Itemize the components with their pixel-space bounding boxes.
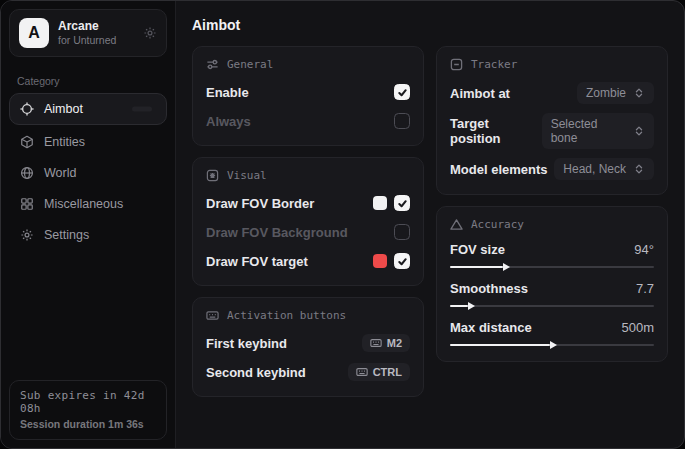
sidebar: A Arcane for Unturned Category Aimbot — [1, 1, 176, 448]
sub-expires-text: Sub expires in 42d 08h — [20, 389, 156, 415]
app-logo: A — [19, 18, 49, 48]
setting-row-enable: Enable — [206, 82, 410, 102]
chevrons-up-down-icon — [633, 163, 645, 175]
sliders-icon — [206, 58, 219, 71]
sidebar-item-label: Miscellaneous — [44, 197, 123, 211]
always-checkbox[interactable] — [394, 113, 410, 129]
right-column: Tracker Aimbot at Zombie Target position — [436, 46, 668, 408]
card-title: Accuracy — [471, 218, 524, 231]
visual-icon — [206, 169, 219, 182]
accuracy-card: Accuracy FOV size 94° Smoothness — [436, 206, 668, 362]
setting-row-first-keybind: First keybind M2 — [206, 333, 410, 353]
slider-fill — [450, 344, 550, 346]
sidebar-item-miscellaneous[interactable]: Miscellaneous — [9, 190, 167, 218]
setting-label: Target position — [450, 116, 542, 146]
general-card: General Enable Always — [192, 46, 424, 146]
select-value: Selected bone — [551, 117, 626, 145]
slider-fill — [450, 266, 503, 268]
app-window: A Arcane for Unturned Category Aimbot — [0, 0, 685, 449]
fov-background-checkbox[interactable] — [394, 224, 410, 240]
setting-row-max-distance: Max distance 500m — [450, 320, 654, 346]
category-label: Category — [17, 75, 159, 87]
scan-icon — [450, 58, 463, 71]
max-distance-value: 500m — [621, 320, 654, 335]
app-name: Arcane — [58, 19, 134, 34]
second-keybind-button[interactable]: CTRL — [348, 363, 410, 381]
setting-label: Smoothness — [450, 281, 528, 296]
setting-label: Draw FOV Background — [206, 225, 348, 240]
setting-row-fov-background: Draw FOV Background — [206, 222, 410, 242]
setting-label: First keybind — [206, 336, 287, 351]
card-title: Visual — [227, 169, 267, 182]
setting-row-fov-target: Draw FOV target — [206, 251, 410, 271]
setting-label: Aimbot at — [450, 86, 510, 101]
grid-icon — [20, 197, 34, 211]
setting-label: Second keybind — [206, 365, 306, 380]
setting-label: Draw FOV target — [206, 254, 308, 269]
target-position-select[interactable]: Selected bone — [542, 113, 654, 149]
triangle-icon — [450, 218, 463, 231]
sidebar-item-label: World — [44, 166, 76, 180]
keyboard-icon — [206, 309, 219, 322]
sidebar-item-label: Aimbot — [44, 102, 83, 116]
keyboard-icon — [356, 366, 368, 378]
chevrons-up-down-icon — [633, 125, 645, 137]
fov-size-value: 94° — [634, 242, 654, 257]
subscription-status-card: Sub expires in 42d 08h Session duration … — [9, 380, 167, 440]
setting-label: Always — [206, 114, 251, 129]
setting-row-second-keybind: Second keybind CTRL — [206, 362, 410, 382]
crosshair-icon — [20, 102, 34, 116]
select-value: Zombie — [586, 86, 626, 100]
enable-checkbox[interactable] — [394, 84, 410, 100]
setting-label: Enable — [206, 85, 249, 100]
fov-target-color-swatch[interactable] — [373, 254, 387, 268]
active-item-hint — [132, 107, 152, 112]
smoothness-slider[interactable] — [450, 305, 654, 307]
smoothness-value: 7.7 — [636, 281, 654, 296]
card-title: Activation buttons — [227, 309, 346, 322]
model-elements-select[interactable]: Head, Neck — [554, 158, 654, 180]
main-panel: Aimbot General Enable — [176, 1, 684, 448]
fov-border-checkbox[interactable] — [394, 195, 410, 211]
left-column: General Enable Always — [192, 46, 424, 408]
setting-row-model-elements: Model elements Head, Neck — [450, 158, 654, 180]
globe-icon — [20, 166, 34, 180]
session-duration-text: Session duration 1m 36s — [20, 418, 156, 430]
slider-fill — [450, 305, 468, 307]
card-title: Tracker — [471, 58, 517, 71]
app-subtitle: for Unturned — [58, 34, 134, 47]
fov-size-slider[interactable] — [450, 266, 654, 268]
sidebar-item-world[interactable]: World — [9, 159, 167, 187]
page-title: Aimbot — [192, 17, 668, 33]
chevrons-up-down-icon — [633, 87, 645, 99]
setting-label: Model elements — [450, 162, 548, 177]
activation-buttons-card: Activation buttons First keybind M2 Seco… — [192, 297, 424, 397]
max-distance-slider[interactable] — [450, 344, 654, 346]
sidebar-item-label: Entities — [44, 135, 85, 149]
sidebar-item-aimbot[interactable]: Aimbot — [9, 93, 167, 125]
select-value: Head, Neck — [563, 162, 626, 176]
keybind-value: M2 — [387, 337, 402, 349]
fov-border-color-swatch[interactable] — [373, 196, 387, 210]
gear-icon — [20, 228, 34, 242]
tracker-card: Tracker Aimbot at Zombie Target position — [436, 46, 668, 195]
sidebar-item-settings[interactable]: Settings — [9, 221, 167, 249]
setting-row-smoothness: Smoothness 7.7 — [450, 281, 654, 307]
sidebar-item-entities[interactable]: Entities — [9, 128, 167, 156]
aimbot-at-select[interactable]: Zombie — [577, 82, 654, 104]
setting-label: Draw FOV Border — [206, 196, 314, 211]
keyboard-icon — [370, 337, 382, 349]
visual-card: Visual Draw FOV Border Draw FOV Backgrou… — [192, 157, 424, 286]
sidebar-nav: Aimbot Entities World Miscellaneous — [1, 91, 175, 254]
first-keybind-button[interactable]: M2 — [362, 334, 410, 352]
logo-card: A Arcane for Unturned — [9, 9, 167, 57]
setting-row-always: Always — [206, 111, 410, 131]
keybind-value: CTRL — [373, 366, 402, 378]
setting-row-target-position: Target position Selected bone — [450, 113, 654, 149]
setting-row-fov-size: FOV size 94° — [450, 242, 654, 268]
cube-icon — [20, 135, 34, 149]
setting-row-aimbot-at: Aimbot at Zombie — [450, 82, 654, 104]
logo-text: Arcane for Unturned — [58, 19, 134, 47]
fov-target-checkbox[interactable] — [394, 253, 410, 269]
gear-icon[interactable] — [143, 26, 157, 40]
